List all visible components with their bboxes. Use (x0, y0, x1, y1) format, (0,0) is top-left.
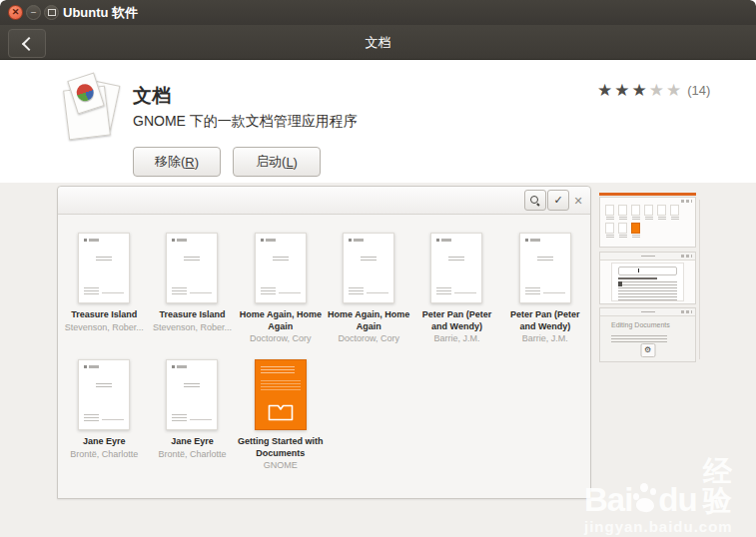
app-description: GNOME 下的一款文档管理应用程序 (133, 113, 358, 131)
page-title: 文档 (0, 25, 756, 60)
mini-text-lines (611, 335, 667, 343)
document-item[interactable]: Home Again, Home Again Doctorow, Cory (325, 233, 412, 345)
document-author: Stevenson, Rober... (65, 322, 144, 334)
document-title: Getting Started with Documents (237, 436, 325, 459)
document-author: Stevenson, Rober... (153, 322, 232, 334)
headerbar: 文档 (0, 25, 756, 60)
window-title: Ubuntu 软件 (63, 0, 138, 25)
document-title: Jane Eyre (83, 436, 126, 448)
document-title: Home Again, Home Again (325, 309, 412, 332)
app-name: 文档 (133, 83, 171, 109)
star-icon: ★ (597, 81, 614, 100)
star-icon: ★ (614, 81, 631, 100)
search-icon (530, 196, 540, 206)
carousel-thumbnail-grid-view[interactable] (599, 197, 696, 248)
select-button: ✓ (547, 190, 569, 211)
document-thumbnail (255, 233, 307, 303)
carousel-scroll-edge (699, 200, 700, 359)
document-title: Home Again, Home Again (237, 309, 325, 332)
editing-documents-title: Editing Documents (611, 321, 670, 328)
document-thumbnail (519, 233, 571, 303)
window-close-button[interactable]: ✕ (8, 5, 23, 20)
document-thumbnail (78, 359, 130, 430)
document-author: GNOME (264, 460, 298, 472)
rating: ★★★★★ (14) (597, 80, 710, 101)
document-title: Jane Eyre (171, 436, 214, 448)
document-title: Treasure Island (159, 309, 225, 321)
document-title: Peter Pan (Peter and Wendy) (501, 309, 589, 332)
document-title: Peter Pan (Peter and Wendy) (412, 309, 500, 332)
baidu-logo: Bai du 经验 (584, 457, 756, 515)
app-icon (56, 76, 124, 140)
document-thumbnail (166, 359, 218, 430)
mini-reader-page (611, 263, 684, 301)
remove-button-label: 移除( (155, 153, 185, 171)
document-item[interactable]: Treasure Island Stevenson, Rober... (60, 233, 148, 345)
remove-button-label-end: ) (195, 155, 199, 170)
star-rating-icons: ★★★★★ (597, 80, 683, 101)
document-item[interactable]: Peter Pan (Peter and Wendy) Barrie, J.M. (412, 233, 500, 345)
watermark-url: jingyan.baidu.com (584, 518, 756, 535)
carousel-thumbnail-editing-view[interactable]: Editing Documents ⚙ (599, 307, 696, 362)
minimize-icon: – (31, 8, 36, 17)
pie-chart-decoration (75, 82, 96, 103)
star-icon: ★ (632, 81, 649, 100)
screenshots-panel: ✓ ✕ Treasure Island Stevenson, Rober... (0, 183, 756, 537)
mini-search-box (618, 267, 677, 275)
carousel-thumbnail-reader-view[interactable] (599, 252, 696, 304)
document-title: Treasure Island (71, 309, 137, 321)
document-author: Barrie, J.M. (433, 333, 479, 345)
document-grid: Treasure Island Stevenson, Rober... Trea… (60, 233, 589, 472)
app-info-section: 文档 GNOME 下的一款文档管理应用程序 ★★★★★ (14) 移除(R) 启… (0, 60, 756, 183)
star-icon: ★ (649, 81, 666, 100)
maximize-icon (48, 9, 56, 16)
document-item[interactable]: Jane Eyre Brontë, Charlotte (148, 359, 236, 472)
close-icon: ✕ (12, 8, 20, 17)
remove-mnemonic: R (185, 155, 194, 170)
document-item[interactable]: Treasure Island Stevenson, Rober... (148, 233, 236, 345)
back-button[interactable] (8, 29, 46, 58)
baidu-logo-chinese: 经验 (703, 457, 756, 515)
selected-indicator (599, 193, 696, 196)
ubuntu-software-window: ✕ – Ubuntu 软件 文档 文档 GNOME 下的一款文档管理应用程序 ★… (0, 0, 756, 537)
mini-toolbar (600, 253, 695, 261)
mini-heading-line (618, 277, 657, 279)
remove-button[interactable]: 移除(R) (133, 147, 221, 177)
document-thumbnail (255, 359, 307, 430)
gear-icon: ⚙ (644, 346, 651, 354)
launch-mnemonic: L (286, 155, 293, 170)
launch-button-label: 启动( (256, 153, 286, 171)
document-item[interactable]: Peter Pan (Peter and Wendy) Barrie, J.M. (501, 233, 589, 345)
star-icon: ★ (666, 81, 683, 100)
window-minimize-button[interactable]: – (26, 5, 41, 20)
mini-doc-row (600, 205, 695, 220)
mini-toolbar-icons (681, 200, 692, 203)
close-icon: ✕ (571, 193, 585, 209)
gear-button: ⚙ (640, 343, 655, 357)
mini-doc-row (600, 223, 695, 238)
main-screenshot[interactable]: ✓ ✕ Treasure Island Stevenson, Rober... (57, 186, 591, 499)
paw-icon (633, 481, 657, 515)
rating-count: (14) (687, 83, 710, 98)
baidu-logo-text-right: du (658, 485, 696, 515)
document-thumbnail (343, 233, 394, 303)
document-author: Barrie, J.M. (522, 333, 568, 345)
document-author: Doctorow, Cory (338, 333, 399, 345)
document-author: Brontë, Charlotte (70, 449, 138, 461)
document-item[interactable]: Jane Eyre Brontë, Charlotte (60, 359, 148, 472)
window-maximize-button[interactable] (44, 5, 59, 20)
baidu-watermark: Bai du 经验 jingyan.baidu.com (584, 457, 756, 535)
document-thumbnail (78, 233, 130, 303)
document-item[interactable]: Getting Started with Documents GNOME (237, 359, 325, 472)
document-author: Doctorow, Cory (250, 333, 312, 345)
screenshot-toolbar: ✓ ✕ (58, 187, 590, 215)
search-button (524, 190, 546, 211)
document-thumbnail (430, 233, 482, 303)
open-book-icon (268, 404, 294, 421)
titlebar: ✕ – Ubuntu 软件 (0, 0, 756, 26)
baidu-logo-text-left: Bai (584, 485, 632, 515)
launch-button[interactable]: 启动(L) (233, 147, 321, 177)
mini-text-lines (618, 281, 677, 301)
document-thumbnail (166, 233, 218, 303)
document-item[interactable]: Home Again, Home Again Doctorow, Cory (237, 233, 325, 345)
